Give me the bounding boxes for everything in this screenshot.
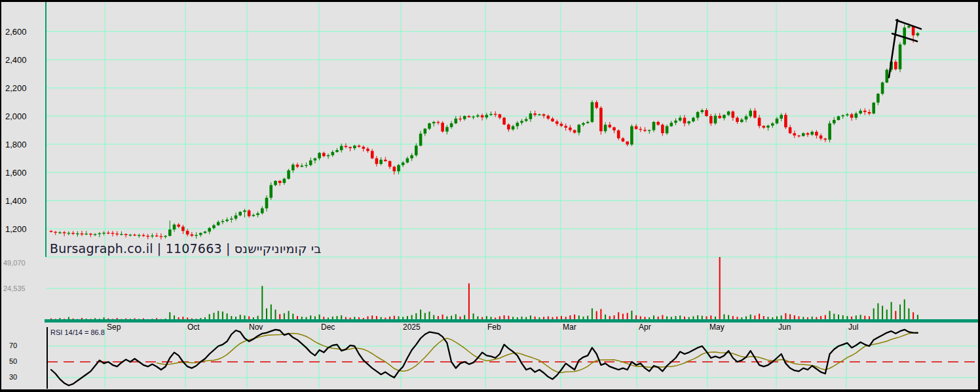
volume-panel-divider bbox=[45, 319, 978, 323]
rsi-tick-label: 50 bbox=[9, 358, 17, 365]
month-label: 2025 bbox=[403, 323, 421, 331]
rsi-indicator-label: RSI 14/14 = 86.8 bbox=[50, 328, 105, 336]
month-label: Jul bbox=[848, 323, 858, 331]
month-label: Nov bbox=[249, 323, 263, 331]
rsi-tick-label: 70 bbox=[9, 342, 17, 349]
price-tick-label: 2,400 bbox=[5, 56, 27, 64]
price-tick-label: 2,000 bbox=[5, 112, 27, 121]
month-label: Apr bbox=[639, 323, 651, 331]
price-tick-label: 1,600 bbox=[5, 168, 27, 177]
month-label: Jun bbox=[778, 323, 791, 331]
window-border-top bbox=[0, 0, 980, 2]
window-border-left bbox=[0, 0, 1, 392]
rsi-panel-axis-line bbox=[47, 327, 48, 389]
price-tick-label: 1,400 bbox=[5, 197, 27, 205]
month-label: Sep bbox=[107, 323, 121, 331]
price-panel-axis-line bbox=[45, 2, 47, 257]
month-label: Dec bbox=[321, 323, 335, 331]
month-label: Feb bbox=[487, 323, 501, 331]
volume-tick-label: 49,070 bbox=[3, 260, 26, 267]
month-label: May bbox=[709, 323, 725, 331]
window-border-bottom bbox=[0, 389, 980, 392]
chart-window: Bursagraph.co.il | 1107663 | בי קומיוניק… bbox=[0, 0, 980, 392]
price-tick-label: 1,800 bbox=[5, 140, 27, 149]
rsi-tick-label: 30 bbox=[9, 374, 17, 381]
price-tick-label: 1,200 bbox=[5, 225, 27, 233]
price-tick-label: 2,600 bbox=[5, 28, 27, 36]
watermark-title: Bursagraph.co.il | 1107663 | בי קומיוניק… bbox=[50, 241, 322, 256]
month-label: Mar bbox=[563, 323, 576, 331]
volume-tick-label: 24,535 bbox=[3, 285, 26, 292]
month-label: Oct bbox=[187, 323, 200, 331]
price-chart-plot[interactable] bbox=[0, 0, 980, 392]
price-tick-label: 2,200 bbox=[5, 84, 27, 92]
